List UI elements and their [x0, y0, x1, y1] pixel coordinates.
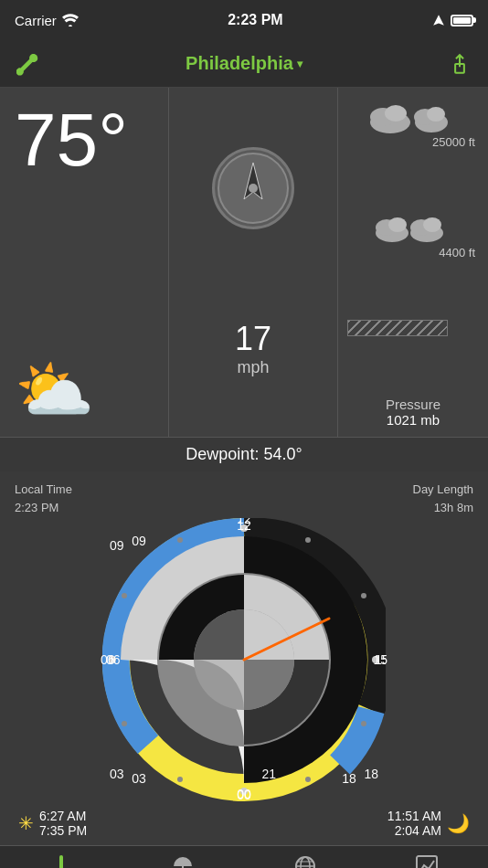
sun-times-row: ✳ 6:27 AM 7:35 PM 11:51 AM 2:04 AM 🌙 [15, 801, 473, 845]
svg-point-7 [385, 105, 407, 122]
svg-point-29 [177, 777, 183, 782]
svg-point-10 [427, 107, 445, 122]
wifi-icon [62, 14, 79, 26]
sunrise-icon: ✳ [18, 812, 34, 834]
svg-text:06: 06 [106, 652, 121, 667]
pressure-label: Pressure [347, 397, 479, 412]
weather-top: 75° ⛅ 17 mph [0, 88, 488, 437]
svg-point-0 [20, 69, 23, 71]
svg-point-32 [177, 537, 183, 543]
city-selector[interactable]: Philadelphia ▾ [186, 53, 302, 74]
svg-text:15: 15 [375, 652, 386, 667]
carrier-label: Carrier [15, 13, 79, 28]
high-clouds-icon [363, 97, 463, 133]
svg-point-30 [122, 721, 127, 726]
svg-point-27 [361, 721, 366, 726]
low-cloud-altitude: 4400 ft [347, 246, 479, 259]
day-length-value: 13h 8m [413, 499, 474, 517]
nav-graphs[interactable]: Graphs [366, 846, 489, 868]
high-cloud-row: 25000 ft [347, 97, 479, 149]
moonrise-time: 11:51 AM [387, 809, 441, 823]
dewpoint-value: 54.0° [263, 445, 302, 464]
moonrise-block: 11:51 AM 2:04 AM 🌙 [387, 809, 470, 838]
weather-section: 75° ⛅ 17 mph [0, 88, 488, 471]
wind-speed-display: 17 mph [235, 320, 271, 377]
status-right-icons [432, 14, 473, 26]
battery-fill [453, 17, 471, 24]
svg-point-26 [361, 593, 366, 598]
clock-svg: 12 15 18 00 03 06 09 [102, 518, 386, 801]
low-cloud-row: 4400 ft [347, 209, 479, 259]
svg-text:12: 12 [237, 518, 251, 526]
svg-point-13 [388, 217, 407, 232]
share-icon[interactable] [448, 52, 472, 76]
svg-point-16 [423, 217, 441, 232]
svg-text:09: 09 [132, 534, 146, 548]
graph-icon [415, 854, 439, 869]
moon-icon: 🌙 [447, 812, 470, 834]
left-panel: 75° ⛅ [0, 88, 169, 437]
globe-icon [293, 854, 317, 869]
dewpoint-bar: Dewpoint: 54.0° [0, 437, 488, 471]
high-cloud-svg [363, 97, 463, 133]
svg-text:00: 00 [237, 788, 251, 801]
right-panel: 25000 ft 4400 ft [338, 88, 488, 437]
toolbar: Philadelphia ▾ [0, 40, 488, 88]
sun-clock-section: Local Time 2:23 PM Day Length 13h 8m [0, 471, 488, 845]
svg-text:18: 18 [342, 771, 356, 786]
bottom-nav: Currently Forecast Map [0, 845, 488, 868]
local-time-label: Local Time [15, 481, 72, 499]
high-cloud-altitude: 25000 ft [347, 135, 479, 149]
wrench-icon[interactable] [16, 52, 40, 76]
hatch-pattern [347, 320, 479, 336]
sunset-time: 7:35 PM [39, 823, 87, 838]
svg-point-28 [305, 777, 311, 782]
status-bar: Carrier 2:23 PM [0, 0, 488, 40]
day-length-label: Day Length [413, 481, 474, 499]
svg-text:03: 03 [132, 771, 146, 786]
local-time-value: 2:23 PM [15, 499, 72, 517]
svg-point-31 [122, 593, 127, 598]
pressure-value: 1021 mb [347, 412, 479, 428]
dropdown-arrow: ▾ [297, 58, 302, 70]
nav-forecast[interactable]: Forecast [122, 846, 245, 868]
svg-point-4 [249, 184, 258, 193]
sunrise-block: ✳ 6:27 AM 7:35 PM [18, 809, 87, 838]
wind-arrow-icon [217, 152, 290, 225]
sun-clock-dial: 12 15 18 00 03 06 09 12 15 [102, 518, 386, 801]
sunrise-time: 6:27 AM [39, 809, 87, 823]
nav-currently[interactable]: Currently [0, 846, 122, 868]
carrier-text: Carrier [15, 13, 57, 28]
day-length-block: Day Length 13h 8m [413, 481, 474, 516]
temperature-display: 75° [15, 102, 154, 177]
city-name: Philadelphia [186, 53, 293, 74]
status-time: 2:23 PM [228, 12, 282, 28]
sun-clock-header: Local Time 2:23 PM Day Length 13h 8m [15, 481, 473, 516]
weather-condition-icon: ⛅ [15, 358, 154, 422]
low-cloud-svg [372, 209, 454, 244]
local-time-block: Local Time 2:23 PM [15, 481, 72, 516]
moonset-time: 2:04 AM [387, 823, 441, 838]
nav-map[interactable]: Map [244, 846, 366, 868]
location-icon [432, 14, 445, 26]
pressure-display: Pressure 1021 mb [347, 397, 479, 428]
center-panel: 17 mph [169, 88, 338, 437]
svg-point-25 [305, 537, 311, 543]
battery-icon [451, 15, 473, 26]
dewpoint-label: Dewpoint: [186, 445, 259, 464]
thermometer-icon [50, 853, 72, 869]
wind-direction-indicator [212, 147, 294, 229]
svg-rect-42 [60, 861, 62, 869]
umbrella-icon [171, 854, 195, 869]
low-clouds-icon [372, 209, 454, 244]
